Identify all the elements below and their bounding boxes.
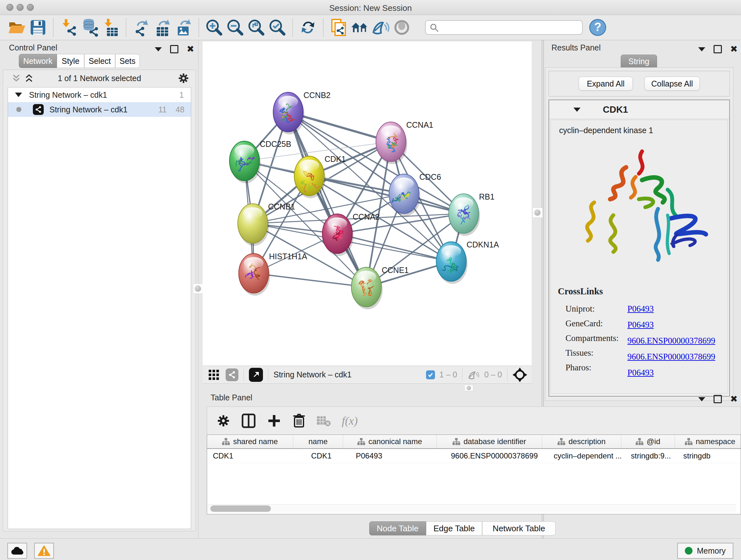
toolbar-separator bbox=[199, 18, 199, 37]
tab-string[interactable]: String bbox=[621, 55, 657, 68]
table-panel-close-icon[interactable]: ✖ bbox=[730, 396, 738, 402]
compartments-link[interactable]: 9606.ENSP00000378699 bbox=[627, 336, 715, 346]
table-panel: Table Panel ✖ f(x) bbox=[203, 391, 741, 538]
export-image-button[interactable] bbox=[173, 17, 194, 37]
memory-button[interactable]: Memory bbox=[677, 543, 733, 559]
search-field[interactable] bbox=[425, 20, 583, 35]
delete-column-icon[interactable] bbox=[293, 414, 306, 428]
column-header[interactable]: database identifier bbox=[437, 435, 542, 448]
import-table-button[interactable] bbox=[100, 17, 121, 37]
network-row-label: String Network – cdk1 bbox=[50, 105, 128, 114]
zoom-selected-icon bbox=[269, 19, 286, 36]
automation-cloud-button[interactable] bbox=[7, 543, 27, 559]
table-horizontal-scrollbar[interactable] bbox=[208, 504, 736, 513]
show-all-networks-button[interactable] bbox=[349, 17, 370, 37]
inactive-orb-button[interactable] bbox=[391, 17, 412, 37]
right-splitter-handle[interactable] bbox=[532, 207, 542, 218]
help-icon: ? bbox=[589, 19, 606, 36]
hide-panels-button[interactable] bbox=[370, 17, 391, 37]
zoom-fit-icon bbox=[248, 19, 265, 36]
table-row[interactable]: CDK1 CDK1 P06493 9606.ENSP00000378699 cy… bbox=[207, 449, 741, 463]
control-panel-close-icon[interactable]: ✖ bbox=[187, 46, 194, 52]
control-panel-float-icon[interactable] bbox=[170, 45, 179, 53]
main-toolbar: ? bbox=[0, 15, 741, 40]
network-options-gear-icon[interactable] bbox=[178, 72, 189, 84]
network-share-view-icon[interactable] bbox=[226, 368, 239, 381]
network-collection-row[interactable]: String Network – cdk1 1 bbox=[8, 87, 191, 102]
string-results-container: Expand All Collapse All CDK1 cyclin–depe… bbox=[545, 67, 733, 401]
expand-collapse-bar: Expand All Collapse All bbox=[549, 71, 730, 97]
column-header[interactable]: namespace bbox=[675, 435, 741, 448]
column-header[interactable]: canonical name bbox=[343, 435, 437, 448]
tab-style[interactable]: Style bbox=[57, 54, 84, 68]
tab-network[interactable]: Network bbox=[19, 54, 57, 68]
network-row-selected[interactable]: String Network – cdk1 11 48 bbox=[8, 102, 191, 117]
results-panel-title: Results Panel bbox=[551, 43, 601, 52]
selected-checkbox-icon[interactable] bbox=[426, 370, 435, 379]
column-header[interactable]: @id bbox=[621, 435, 675, 448]
node-label: CCNB2 bbox=[304, 91, 331, 100]
delete-table-icon bbox=[316, 415, 331, 427]
search-input[interactable] bbox=[439, 23, 574, 32]
open-new-window-button[interactable] bbox=[328, 17, 349, 37]
scrollbar-thumb[interactable] bbox=[210, 505, 271, 512]
hierarchy-icon bbox=[636, 438, 643, 445]
toolbar-separator bbox=[292, 18, 293, 37]
crosslinks-heading: CrossLinks bbox=[558, 286, 603, 297]
help-button[interactable]: ? bbox=[587, 17, 608, 37]
network-canvas[interactable]: CCNB2CCNA1CDC25BCDK1CDC6RB1CCNB1CCNA2CDK… bbox=[203, 42, 532, 366]
genecard-link[interactable]: P06493 bbox=[627, 320, 654, 329]
edge-count: 48 bbox=[176, 105, 185, 114]
column-header[interactable]: description bbox=[542, 435, 621, 448]
tissues-link[interactable]: 9606.ENSP00000378699 bbox=[627, 352, 715, 361]
table-panel-menu-icon[interactable] bbox=[698, 397, 705, 401]
add-column-icon[interactable] bbox=[267, 414, 281, 428]
import-network-file-button[interactable] bbox=[58, 17, 79, 37]
column-header[interactable]: shared name bbox=[207, 435, 293, 448]
left-splitter-handle[interactable] bbox=[193, 284, 203, 294]
zoom-fit-button[interactable] bbox=[246, 17, 267, 37]
column-header[interactable]: name bbox=[293, 435, 343, 448]
warnings-button[interactable] bbox=[34, 543, 54, 559]
bottom-splitter-handle[interactable] bbox=[464, 385, 473, 391]
node-label: CDC25B bbox=[260, 139, 291, 148]
svg-text:?: ? bbox=[594, 20, 601, 34]
export-network-button[interactable] bbox=[131, 17, 152, 37]
collapse-all-button[interactable]: Collapse All bbox=[644, 77, 700, 91]
table-panel-float-icon[interactable] bbox=[714, 395, 722, 403]
gene-expander-icon[interactable] bbox=[574, 108, 581, 112]
expand-all-button[interactable]: Expand All bbox=[579, 77, 633, 91]
gene-header[interactable]: CDK1 bbox=[549, 100, 729, 119]
tab-network-table[interactable]: Network Table bbox=[482, 521, 556, 536]
control-panel-menu-icon[interactable] bbox=[155, 47, 162, 51]
birdseye-view-icon[interactable] bbox=[249, 368, 263, 382]
export-table-button[interactable] bbox=[152, 17, 173, 37]
zoom-in-button[interactable] bbox=[204, 17, 225, 37]
tab-node-table[interactable]: Node Table bbox=[369, 521, 426, 536]
results-panel-close-icon[interactable]: ✖ bbox=[730, 46, 738, 52]
save-session-button[interactable] bbox=[27, 17, 49, 37]
tab-edge-table[interactable]: Edge Table bbox=[426, 521, 482, 536]
tab-select[interactable]: Select bbox=[84, 54, 115, 68]
crosslink-label: GeneCard: bbox=[565, 316, 618, 331]
network-tab-panel: 1 of 1 Network selected String Network –… bbox=[3, 70, 196, 531]
tree-expander-icon[interactable] bbox=[15, 92, 22, 97]
tab-sets[interactable]: Sets bbox=[115, 54, 140, 68]
open-session-button[interactable] bbox=[6, 17, 27, 37]
pharos-link[interactable]: P06493 bbox=[627, 368, 654, 377]
results-panel-float-icon[interactable] bbox=[714, 45, 722, 53]
string-network-graph[interactable]: CCNB2CCNA1CDC25BCDK1CDC6RB1CCNB1CCNA2CDK… bbox=[203, 42, 532, 366]
zoom-out-button[interactable] bbox=[225, 17, 246, 37]
refresh-button[interactable] bbox=[297, 17, 319, 37]
grid-view-icon[interactable] bbox=[208, 369, 219, 380]
fit-selected-target-icon[interactable] bbox=[513, 368, 527, 382]
open-new-window-icon bbox=[330, 18, 347, 37]
crosslink-label: Uniprot: bbox=[565, 301, 618, 316]
crosslink-label: Pharos: bbox=[565, 360, 618, 375]
results-panel-menu-icon[interactable] bbox=[698, 47, 705, 51]
table-options-gear-icon[interactable] bbox=[217, 414, 230, 428]
zoom-selected-button[interactable] bbox=[267, 17, 288, 37]
show-columns-icon[interactable] bbox=[242, 414, 256, 428]
import-network-database-button[interactable] bbox=[79, 17, 100, 37]
uniprot-link[interactable]: P06493 bbox=[627, 304, 654, 314]
